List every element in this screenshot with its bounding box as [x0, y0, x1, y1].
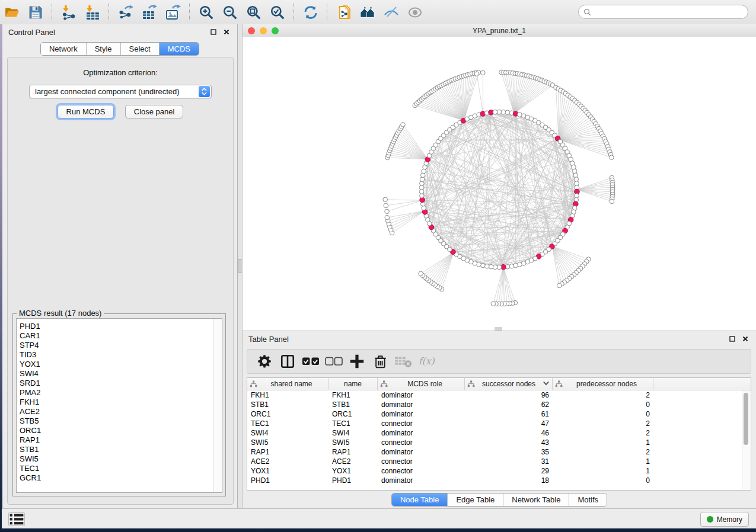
zoom-selected-icon[interactable]	[267, 3, 288, 22]
table-cell: connector	[378, 438, 465, 447]
mcds-result-item[interactable]: FKH1	[17, 398, 222, 407]
add-column-icon[interactable]	[348, 352, 366, 370]
float-panel-icon[interactable]	[209, 27, 218, 37]
tab-node-table[interactable]: Node Table	[392, 493, 448, 506]
delete-column-icon[interactable]	[371, 352, 389, 370]
toolbar-icons	[0, 3, 427, 22]
import-network-icon[interactable]	[59, 3, 79, 22]
table-cell: 1	[553, 467, 653, 475]
table-cell: PHD1	[328, 476, 378, 485]
open-file-icon[interactable]	[2, 3, 22, 22]
column-header-predecessor-nodes[interactable]: predecessor nodes	[553, 378, 653, 390]
table-cell: STB1	[247, 400, 328, 409]
mcds-result-item[interactable]: STB5	[17, 416, 222, 426]
export-table-icon[interactable]	[139, 3, 160, 22]
table-row[interactable]: TEC1TEC1connector472	[247, 419, 751, 428]
table-cell: STB1	[328, 400, 378, 409]
mcds-result-item[interactable]: SWI5	[17, 454, 222, 464]
table-cell: dominator	[378, 410, 465, 418]
table-row[interactable]: SWI4SWI4dominator462	[247, 428, 751, 438]
panel-menu-button[interactable]	[8, 512, 25, 526]
tab-network[interactable]: Network	[41, 43, 86, 55]
table-cell: 29	[465, 467, 553, 475]
column-header-shared-name[interactable]: shared name	[247, 378, 328, 390]
table-cell: connector	[378, 467, 465, 475]
table-row[interactable]: RAP1RAP1dominator352	[247, 447, 751, 457]
import-table-icon[interactable]	[82, 3, 103, 22]
mcds-result-item[interactable]: YOX1	[17, 360, 222, 369]
table-cell: 96	[465, 391, 553, 399]
mcds-result-item[interactable]: ORC1	[17, 426, 222, 435]
mcds-result-list[interactable]: PHD1CAR1STP4TID3YOX1SWI4SRD1PMA2FKH1ACE2…	[16, 318, 222, 493]
list-menu-icon	[9, 512, 24, 526]
column-header-name[interactable]: name	[328, 378, 378, 390]
export-network-icon[interactable]	[116, 3, 136, 22]
share-network-icon[interactable]	[334, 3, 354, 22]
table-cell: 1	[553, 457, 653, 466]
save-session-icon[interactable]	[25, 3, 46, 22]
table-cell: 18	[465, 476, 553, 485]
table-toolbar: f(x)	[247, 349, 751, 374]
mcds-result-item[interactable]: CAR1	[17, 331, 222, 341]
table-row[interactable]: SWI5SWI5connector431	[247, 438, 751, 447]
table-scrollbar-thumb[interactable]	[744, 393, 748, 445]
control-panel-tabs: NetworkStyleSelectMCDS	[40, 42, 199, 56]
tab-style[interactable]: Style	[86, 43, 120, 55]
toggle-visibility-icon[interactable]	[381, 3, 401, 22]
zoom-fit-icon[interactable]	[244, 3, 264, 22]
search-input[interactable]	[578, 5, 748, 19]
column-header-successor-nodes[interactable]: successor nodes	[465, 378, 553, 390]
network-window-titlebar[interactable]: YPA_prune.txt_1	[243, 24, 756, 37]
tab-motifs[interactable]: Motifs	[569, 493, 607, 506]
zoom-out-icon[interactable]	[220, 3, 240, 22]
home-icon[interactable]	[358, 3, 378, 22]
table-cell: ORC1	[328, 410, 378, 418]
zoom-in-icon[interactable]	[196, 3, 216, 22]
table-row[interactable]: PHD1PHD1dominator180	[247, 476, 751, 485]
select-all-icon[interactable]	[302, 352, 320, 370]
run-mcds-button[interactable]: Run MCDS	[58, 105, 114, 118]
close-table-panel-icon[interactable]	[741, 334, 750, 344]
split-columns-icon[interactable]	[279, 352, 296, 370]
mcds-result-item[interactable]: GCR1	[17, 473, 222, 483]
network-canvas[interactable]	[243, 37, 756, 331]
table-row[interactable]: FKH1FKH1dominator962	[247, 390, 751, 400]
settings-gear-icon[interactable]	[256, 352, 273, 370]
mcds-result-item[interactable]: PMA2	[17, 388, 222, 398]
optimization-criterion-select[interactable]: largest connected component (undirected)	[29, 85, 212, 98]
deselect-all-icon[interactable]	[325, 352, 343, 370]
close-panel-icon[interactable]	[222, 27, 231, 37]
mcds-result-item[interactable]: TEC1	[17, 464, 222, 473]
sort-desc-icon	[543, 380, 550, 388]
mcds-result-item[interactable]: STB1	[17, 445, 222, 454]
mcds-result-item[interactable]: STP4	[17, 341, 222, 350]
tab-edge-table[interactable]: Edge Table	[447, 493, 503, 506]
float-table-panel-icon[interactable]	[728, 334, 737, 344]
table-row[interactable]: ACE2ACE2connector311	[247, 457, 751, 466]
network-window-title: YPA_prune.txt_1	[243, 27, 756, 35]
table-row[interactable]: STB1STB1dominator620	[247, 400, 751, 409]
refresh-layout-icon[interactable]	[301, 3, 321, 22]
table-row[interactable]: YOX1YOX1connector291	[247, 466, 751, 476]
tab-mcds[interactable]: MCDS	[159, 43, 199, 55]
table-row[interactable]: ORC1ORC1dominator610	[247, 409, 751, 419]
mcds-result-item[interactable]: TID3	[17, 350, 222, 360]
mcds-result-group: MCDS result (17 nodes) PHD1CAR1STP4TID3Y…	[12, 313, 226, 496]
export-image-icon[interactable]	[163, 3, 183, 22]
mcds-result-item[interactable]: RAP1	[17, 435, 222, 445]
table-cell: YOX1	[328, 467, 378, 475]
network-graph[interactable]	[243, 37, 756, 331]
mcds-result-item[interactable]: SRD1	[17, 379, 222, 388]
mcds-result-item[interactable]: SWI4	[17, 369, 222, 379]
column-header-MCDS-role[interactable]: MCDS role	[378, 378, 465, 390]
close-panel-button[interactable]: Close panel	[125, 105, 184, 118]
memory-button[interactable]: Memory	[700, 512, 749, 527]
table-cell: 0	[553, 476, 653, 485]
table-cell: 43	[465, 438, 553, 447]
table-scrollbar[interactable]	[742, 390, 750, 489]
tab-select[interactable]: Select	[120, 43, 159, 55]
mcds-result-item[interactable]: ACE2	[17, 407, 222, 416]
mcds-result-item[interactable]: PHD1	[17, 322, 222, 331]
result-list-scrollbar[interactable]	[213, 319, 222, 492]
tab-network-table[interactable]: Network Table	[503, 493, 569, 506]
